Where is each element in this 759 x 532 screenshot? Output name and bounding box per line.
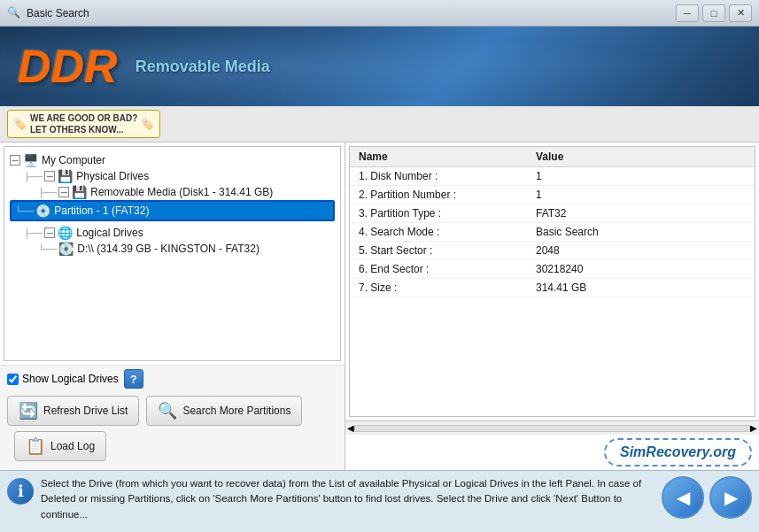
- label-partition-1: Partition - 1 (FAT32): [54, 204, 149, 217]
- prop-value-cell: 1: [527, 186, 755, 204]
- prop-value-cell: FAT32: [527, 204, 755, 223]
- feedback-text: WE ARE GOOD OR BAD? LET OTHERS KNOW...: [30, 112, 137, 135]
- scroll-track[interactable]: [354, 425, 750, 432]
- show-logical-checkbox[interactable]: [7, 374, 19, 385]
- header-subtitle: Removable Media: [136, 58, 270, 76]
- expander-logical[interactable]: ─: [44, 227, 55, 238]
- prop-name-cell: 5. Start Sector :: [350, 242, 527, 260]
- scroll-left-arrow[interactable]: ◀: [347, 423, 354, 433]
- line-drive-d: └──: [38, 244, 57, 254]
- right-panel: Name Value 1. Disk Number :12. Partition…: [345, 143, 759, 470]
- search-more-partitions-button[interactable]: 🔍 Search More Partitions: [146, 396, 302, 426]
- table-row: 7. Size :314.41 GB: [350, 279, 755, 297]
- load-log-button[interactable]: 📋 Load Log: [14, 431, 106, 461]
- prop-name-cell: 1. Disk Number :: [350, 167, 527, 186]
- expander-physical[interactable]: ─: [44, 171, 55, 181]
- header-subtitle-text: Removable Media: [136, 58, 270, 76]
- table-row: 6. End Sector :30218240: [350, 260, 755, 279]
- refresh-drive-button[interactable]: 🔄 Refresh Drive List: [7, 396, 139, 426]
- col-header-value: Value: [527, 147, 755, 167]
- table-row: 3. Partition Type :FAT32: [350, 204, 755, 223]
- feedback-line2: LET OTHERS KNOW...: [30, 124, 137, 135]
- tree-item-my-computer[interactable]: ─ 🖥️ My Computer: [10, 152, 335, 168]
- tree-container[interactable]: ─ 🖥️ My Computer ├── ─ 💾 Physical Drives…: [4, 146, 341, 361]
- line-logical: ├──: [24, 228, 43, 238]
- label-logical-drives: Logical Drives: [76, 227, 143, 239]
- left-panel: ─ 🖥️ My Computer ├── ─ 💾 Physical Drives…: [0, 143, 345, 470]
- icon-partition-1: 💿: [35, 204, 50, 218]
- prop-value-cell: 1: [527, 167, 755, 186]
- tree-item-logical-drives[interactable]: ├── ─ 🌐 Logical Drives: [10, 225, 335, 241]
- left-panel-bottom: Show Logical Drives ? 🔄 Refresh Drive Li…: [0, 365, 345, 470]
- prop-value-cell: 314.41 GB: [527, 279, 755, 297]
- prop-name-cell: 6. End Sector :: [350, 260, 527, 279]
- panels: ─ 🖥️ My Computer ├── ─ 💾 Physical Drives…: [0, 143, 759, 470]
- load-log-icon: 📋: [26, 436, 45, 456]
- search-more-label: Search More Partitions: [182, 405, 290, 417]
- scroll-right-arrow[interactable]: ▶: [750, 423, 757, 433]
- icon-removable-media: 💾: [72, 185, 87, 199]
- line-removable: ├──: [38, 188, 57, 197]
- label-my-computer: My Computer: [42, 154, 105, 166]
- minimize-button[interactable]: ─: [676, 4, 699, 22]
- status-text: Select the Drive (from which you want to…: [41, 476, 654, 522]
- prop-name-cell: 7. Size :: [350, 279, 527, 297]
- label-drive-d: D:\\ (314.39 GB - KINGSTON - FAT32): [77, 243, 259, 255]
- feedback-link[interactable]: 🏷️ WE ARE GOOD OR BAD? LET OTHERS KNOW..…: [7, 110, 160, 138]
- status-info-icon: ℹ: [7, 478, 34, 505]
- horizontal-scrollbar[interactable]: ◀ ▶: [345, 420, 759, 435]
- prop-name-cell: 2. Partition Number :: [350, 186, 527, 204]
- feedback-icon-right: 🏷️: [141, 118, 154, 130]
- main-content: ─ 🖥️ My Computer ├── ─ 💾 Physical Drives…: [0, 143, 759, 470]
- tree-item-physical-drives[interactable]: ├── ─ 💾 Physical Drives: [10, 168, 335, 184]
- expander-my-computer[interactable]: ─: [10, 155, 20, 166]
- tree-item-drive-d[interactable]: └── 💽 D:\\ (314.39 GB - KINGSTON - FAT32…: [10, 241, 335, 257]
- tree-item-partition-1[interactable]: └── 💿 Partition - 1 (FAT32): [10, 200, 335, 221]
- load-log-label: Load Log: [50, 440, 95, 452]
- title-bar-text: Basic Search: [27, 7, 89, 19]
- simrecovery-link[interactable]: SimRecovery.org: [604, 438, 752, 466]
- table-row: 5. Start Sector :2048: [350, 242, 755, 260]
- label-physical-drives: Physical Drives: [76, 170, 149, 182]
- icon-logical-drives: 🌐: [58, 226, 73, 240]
- properties-table: Name Value 1. Disk Number :12. Partition…: [350, 147, 755, 297]
- prop-value-cell: Basic Search: [527, 223, 755, 242]
- maximize-button[interactable]: □: [702, 4, 725, 22]
- expander-removable[interactable]: ─: [58, 187, 69, 197]
- help-button[interactable]: ?: [124, 369, 143, 389]
- feedback-icon-left: 🏷️: [13, 118, 27, 130]
- prop-value-cell: 30218240: [527, 260, 755, 279]
- feedback-line1: WE ARE GOOD OR BAD?: [30, 112, 137, 124]
- prev-button[interactable]: ◀: [662, 476, 704, 519]
- right-bottom: SimRecovery.org: [345, 435, 759, 470]
- search-partitions-icon: 🔍: [158, 401, 177, 420]
- title-bar: 🔍 Basic Search ─ □ ✕: [0, 0, 759, 27]
- refresh-icon: 🔄: [19, 401, 38, 420]
- table-row: 4. Search Mode :Basic Search: [350, 223, 755, 242]
- prop-value-cell: 2048: [527, 242, 755, 260]
- properties-table-container[interactable]: Name Value 1. Disk Number :12. Partition…: [349, 146, 755, 417]
- show-logical-checkbox-label[interactable]: Show Logical Drives: [7, 373, 119, 385]
- ddr-logo: DDR: [18, 40, 118, 93]
- tree-item-removable-media[interactable]: ├── ─ 💾 Removable Media (Disk1 - 314.41 …: [10, 184, 335, 200]
- line-physical: ├──: [24, 172, 43, 181]
- show-logical-row: Show Logical Drives ?: [7, 369, 337, 389]
- header-banner: DDR Removable Media: [0, 27, 759, 106]
- icon-my-computer: 🖥️: [23, 153, 38, 167]
- load-log-row: 📋 Load Log: [7, 426, 337, 466]
- show-logical-text: Show Logical Drives: [22, 373, 119, 385]
- prop-name-cell: 3. Partition Type :: [350, 204, 527, 223]
- feedback-bar: 🏷️ WE ARE GOOD OR BAD? LET OTHERS KNOW..…: [0, 106, 759, 143]
- status-nav-buttons: ◀ ▶: [662, 476, 752, 519]
- app-icon: 🔍: [7, 6, 21, 20]
- refresh-drive-label: Refresh Drive List: [43, 405, 128, 417]
- bottom-buttons: 🔄 Refresh Drive List 🔍 Search More Parti…: [7, 396, 337, 426]
- table-row: 2. Partition Number :1: [350, 186, 755, 204]
- icon-physical-drives: 💾: [58, 169, 73, 183]
- title-bar-left: 🔍 Basic Search: [7, 6, 89, 20]
- next-button[interactable]: ▶: [709, 476, 752, 519]
- title-bar-buttons: ─ □ ✕: [676, 4, 752, 22]
- col-header-name: Name: [350, 147, 527, 167]
- status-bar: ℹ Select the Drive (from which you want …: [0, 470, 759, 532]
- close-button[interactable]: ✕: [729, 4, 752, 22]
